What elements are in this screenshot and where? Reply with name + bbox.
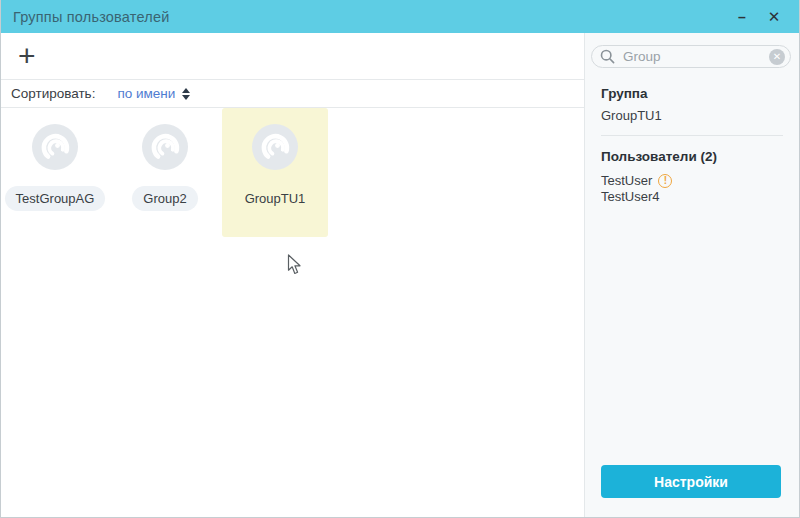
settings-button[interactable]: Настройки [601,465,781,498]
group-tile-group2[interactable]: Group2 [112,108,218,237]
group-tile-testgroupag[interactable]: TestGroupAG [2,108,108,237]
sort-asc-triangle [182,88,190,93]
search-box[interactable]: ✕ [591,45,791,68]
divider [601,135,783,136]
group-logo-icon [32,124,78,170]
group-name-label: Group2 [132,186,197,211]
group-details: Группа GroupTU1 Пользователи (2) TestUse… [585,68,799,204]
mouse-cursor [287,254,302,276]
selected-group-name: GroupTU1 [601,108,783,123]
main-panel: + Сортировать: по имени TestGroupAG [1,33,584,517]
window-controls: – ✕ [729,5,787,29]
clear-search-icon[interactable]: ✕ [769,49,785,65]
user-row-testuser4[interactable]: TestUser4 [601,189,783,205]
window-body: + Сортировать: по имени TestGroupAG [1,33,799,517]
sort-direction-icon[interactable] [182,88,190,100]
user-row-testuser[interactable]: TestUser ! [601,173,783,189]
users-list: TestUser ! TestUser4 [601,173,783,204]
sort-value-dropdown[interactable]: по имени [117,86,175,101]
sort-label: Сортировать: [11,86,95,101]
search-input[interactable] [623,49,769,64]
app-window: Группы пользователей – ✕ + Сортировать: … [0,0,800,518]
window-title: Группы пользователей [13,9,169,25]
group-section-header: Группа [601,86,783,101]
group-name-label: GroupTU1 [241,186,310,211]
group-tiles: TestGroupAG Group2 GroupTU1 [1,108,584,237]
add-group-button[interactable]: + [14,43,40,69]
users-section-header: Пользователи (2) [601,149,783,164]
sidebar: ✕ Группа GroupTU1 Пользователи (2) TestU… [584,33,799,517]
sidebar-spacer [585,204,799,465]
close-button[interactable]: ✕ [761,5,787,29]
group-logo-icon [142,124,188,170]
group-label: TestGroupAG [5,186,106,211]
toolbar: + [1,33,584,80]
sort-row: Сортировать: по имени [1,80,584,108]
user-name: TestUser [601,173,652,189]
group-logo-icon [252,124,298,170]
group-label: GroupTU1 [241,186,310,211]
search-icon [600,49,615,64]
group-tile-grouptu1[interactable]: GroupTU1 [222,108,328,237]
sort-desc-triangle [182,95,190,100]
titlebar: Группы пользователей – ✕ [1,0,799,33]
minimize-button[interactable]: – [729,5,755,29]
group-name-label: TestGroupAG [5,186,106,211]
warning-icon: ! [658,174,672,188]
group-label: Group2 [132,186,197,211]
user-name: TestUser4 [601,189,660,205]
